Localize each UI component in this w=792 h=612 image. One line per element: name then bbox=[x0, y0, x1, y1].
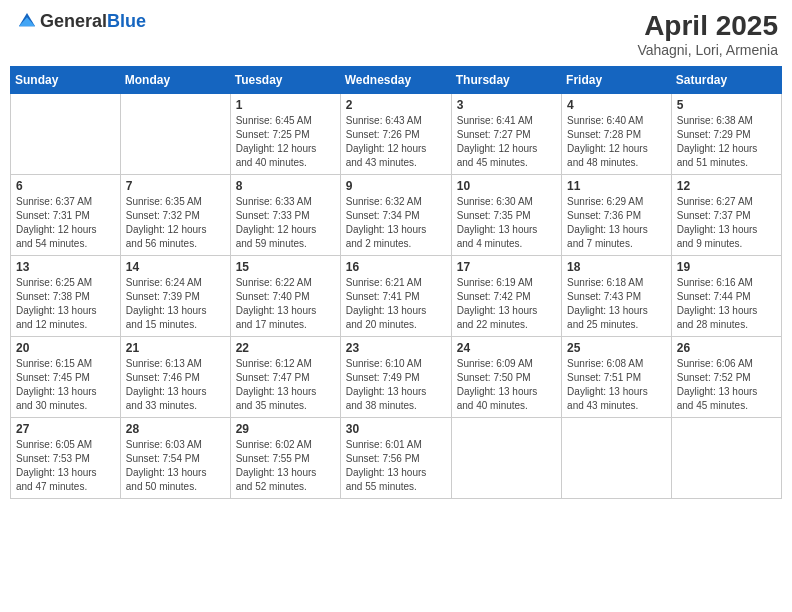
day-info: Sunrise: 6:03 AM Sunset: 7:54 PM Dayligh… bbox=[126, 438, 225, 494]
day-info: Sunrise: 6:18 AM Sunset: 7:43 PM Dayligh… bbox=[567, 276, 666, 332]
day-info: Sunrise: 6:25 AM Sunset: 7:38 PM Dayligh… bbox=[16, 276, 115, 332]
calendar-cell: 17Sunrise: 6:19 AM Sunset: 7:42 PM Dayli… bbox=[451, 256, 561, 337]
day-number: 6 bbox=[16, 179, 115, 193]
logo-blue-text: Blue bbox=[107, 11, 146, 31]
calendar-cell: 23Sunrise: 6:10 AM Sunset: 7:49 PM Dayli… bbox=[340, 337, 451, 418]
day-number: 15 bbox=[236, 260, 335, 274]
calendar-week-5: 27Sunrise: 6:05 AM Sunset: 7:53 PM Dayli… bbox=[11, 418, 782, 499]
day-info: Sunrise: 6:45 AM Sunset: 7:25 PM Dayligh… bbox=[236, 114, 335, 170]
calendar-cell: 5Sunrise: 6:38 AM Sunset: 7:29 PM Daylig… bbox=[671, 94, 781, 175]
calendar-cell: 3Sunrise: 6:41 AM Sunset: 7:27 PM Daylig… bbox=[451, 94, 561, 175]
day-info: Sunrise: 6:35 AM Sunset: 7:32 PM Dayligh… bbox=[126, 195, 225, 251]
calendar-cell: 18Sunrise: 6:18 AM Sunset: 7:43 PM Dayli… bbox=[562, 256, 672, 337]
day-number: 3 bbox=[457, 98, 556, 112]
calendar-cell: 20Sunrise: 6:15 AM Sunset: 7:45 PM Dayli… bbox=[11, 337, 121, 418]
calendar-cell: 28Sunrise: 6:03 AM Sunset: 7:54 PM Dayli… bbox=[120, 418, 230, 499]
logo: GeneralBlue bbox=[14, 10, 146, 32]
calendar-cell: 11Sunrise: 6:29 AM Sunset: 7:36 PM Dayli… bbox=[562, 175, 672, 256]
day-number: 22 bbox=[236, 341, 335, 355]
calendar-week-1: 1Sunrise: 6:45 AM Sunset: 7:25 PM Daylig… bbox=[11, 94, 782, 175]
calendar-cell bbox=[562, 418, 672, 499]
svg-marker-1 bbox=[19, 17, 35, 26]
day-info: Sunrise: 6:33 AM Sunset: 7:33 PM Dayligh… bbox=[236, 195, 335, 251]
calendar-cell: 10Sunrise: 6:30 AM Sunset: 7:35 PM Dayli… bbox=[451, 175, 561, 256]
calendar-cell: 25Sunrise: 6:08 AM Sunset: 7:51 PM Dayli… bbox=[562, 337, 672, 418]
day-number: 2 bbox=[346, 98, 446, 112]
day-number: 29 bbox=[236, 422, 335, 436]
calendar-table: SundayMondayTuesdayWednesdayThursdayFrid… bbox=[10, 66, 782, 499]
calendar-cell: 16Sunrise: 6:21 AM Sunset: 7:41 PM Dayli… bbox=[340, 256, 451, 337]
title-block: April 2025 Vahagni, Lori, Armenia bbox=[637, 10, 778, 58]
day-number: 12 bbox=[677, 179, 776, 193]
calendar-cell: 2Sunrise: 6:43 AM Sunset: 7:26 PM Daylig… bbox=[340, 94, 451, 175]
day-info: Sunrise: 6:10 AM Sunset: 7:49 PM Dayligh… bbox=[346, 357, 446, 413]
logo-icon bbox=[16, 10, 38, 32]
day-info: Sunrise: 6:16 AM Sunset: 7:44 PM Dayligh… bbox=[677, 276, 776, 332]
day-info: Sunrise: 6:37 AM Sunset: 7:31 PM Dayligh… bbox=[16, 195, 115, 251]
day-info: Sunrise: 6:21 AM Sunset: 7:41 PM Dayligh… bbox=[346, 276, 446, 332]
calendar-week-4: 20Sunrise: 6:15 AM Sunset: 7:45 PM Dayli… bbox=[11, 337, 782, 418]
calendar-title: April 2025 bbox=[637, 10, 778, 42]
day-info: Sunrise: 6:13 AM Sunset: 7:46 PM Dayligh… bbox=[126, 357, 225, 413]
calendar-week-2: 6Sunrise: 6:37 AM Sunset: 7:31 PM Daylig… bbox=[11, 175, 782, 256]
calendar-cell: 24Sunrise: 6:09 AM Sunset: 7:50 PM Dayli… bbox=[451, 337, 561, 418]
calendar-cell: 15Sunrise: 6:22 AM Sunset: 7:40 PM Dayli… bbox=[230, 256, 340, 337]
day-info: Sunrise: 6:06 AM Sunset: 7:52 PM Dayligh… bbox=[677, 357, 776, 413]
day-number: 10 bbox=[457, 179, 556, 193]
day-info: Sunrise: 6:24 AM Sunset: 7:39 PM Dayligh… bbox=[126, 276, 225, 332]
day-info: Sunrise: 6:29 AM Sunset: 7:36 PM Dayligh… bbox=[567, 195, 666, 251]
column-header-friday: Friday bbox=[562, 67, 672, 94]
calendar-cell: 4Sunrise: 6:40 AM Sunset: 7:28 PM Daylig… bbox=[562, 94, 672, 175]
day-number: 24 bbox=[457, 341, 556, 355]
calendar-cell bbox=[11, 94, 121, 175]
day-info: Sunrise: 6:27 AM Sunset: 7:37 PM Dayligh… bbox=[677, 195, 776, 251]
day-info: Sunrise: 6:15 AM Sunset: 7:45 PM Dayligh… bbox=[16, 357, 115, 413]
calendar-header-row: SundayMondayTuesdayWednesdayThursdayFrid… bbox=[11, 67, 782, 94]
day-number: 16 bbox=[346, 260, 446, 274]
day-info: Sunrise: 6:19 AM Sunset: 7:42 PM Dayligh… bbox=[457, 276, 556, 332]
day-number: 26 bbox=[677, 341, 776, 355]
calendar-cell: 27Sunrise: 6:05 AM Sunset: 7:53 PM Dayli… bbox=[11, 418, 121, 499]
day-info: Sunrise: 6:22 AM Sunset: 7:40 PM Dayligh… bbox=[236, 276, 335, 332]
day-number: 28 bbox=[126, 422, 225, 436]
day-number: 14 bbox=[126, 260, 225, 274]
day-number: 11 bbox=[567, 179, 666, 193]
day-number: 18 bbox=[567, 260, 666, 274]
day-info: Sunrise: 6:12 AM Sunset: 7:47 PM Dayligh… bbox=[236, 357, 335, 413]
day-number: 7 bbox=[126, 179, 225, 193]
column-header-sunday: Sunday bbox=[11, 67, 121, 94]
day-number: 17 bbox=[457, 260, 556, 274]
column-header-thursday: Thursday bbox=[451, 67, 561, 94]
calendar-cell: 22Sunrise: 6:12 AM Sunset: 7:47 PM Dayli… bbox=[230, 337, 340, 418]
day-info: Sunrise: 6:40 AM Sunset: 7:28 PM Dayligh… bbox=[567, 114, 666, 170]
calendar-cell bbox=[451, 418, 561, 499]
day-info: Sunrise: 6:09 AM Sunset: 7:50 PM Dayligh… bbox=[457, 357, 556, 413]
day-info: Sunrise: 6:05 AM Sunset: 7:53 PM Dayligh… bbox=[16, 438, 115, 494]
calendar-cell: 30Sunrise: 6:01 AM Sunset: 7:56 PM Dayli… bbox=[340, 418, 451, 499]
day-number: 5 bbox=[677, 98, 776, 112]
column-header-wednesday: Wednesday bbox=[340, 67, 451, 94]
calendar-cell: 9Sunrise: 6:32 AM Sunset: 7:34 PM Daylig… bbox=[340, 175, 451, 256]
calendar-cell: 29Sunrise: 6:02 AM Sunset: 7:55 PM Dayli… bbox=[230, 418, 340, 499]
calendar-week-3: 13Sunrise: 6:25 AM Sunset: 7:38 PM Dayli… bbox=[11, 256, 782, 337]
calendar-cell: 14Sunrise: 6:24 AM Sunset: 7:39 PM Dayli… bbox=[120, 256, 230, 337]
day-number: 21 bbox=[126, 341, 225, 355]
day-number: 8 bbox=[236, 179, 335, 193]
day-number: 20 bbox=[16, 341, 115, 355]
calendar-cell: 21Sunrise: 6:13 AM Sunset: 7:46 PM Dayli… bbox=[120, 337, 230, 418]
day-info: Sunrise: 6:43 AM Sunset: 7:26 PM Dayligh… bbox=[346, 114, 446, 170]
calendar-cell: 26Sunrise: 6:06 AM Sunset: 7:52 PM Dayli… bbox=[671, 337, 781, 418]
column-header-saturday: Saturday bbox=[671, 67, 781, 94]
day-number: 1 bbox=[236, 98, 335, 112]
day-info: Sunrise: 6:08 AM Sunset: 7:51 PM Dayligh… bbox=[567, 357, 666, 413]
day-number: 30 bbox=[346, 422, 446, 436]
day-number: 25 bbox=[567, 341, 666, 355]
day-number: 9 bbox=[346, 179, 446, 193]
logo-general-text: General bbox=[40, 11, 107, 31]
column-header-tuesday: Tuesday bbox=[230, 67, 340, 94]
day-number: 19 bbox=[677, 260, 776, 274]
calendar-cell bbox=[671, 418, 781, 499]
day-info: Sunrise: 6:01 AM Sunset: 7:56 PM Dayligh… bbox=[346, 438, 446, 494]
day-info: Sunrise: 6:30 AM Sunset: 7:35 PM Dayligh… bbox=[457, 195, 556, 251]
calendar-cell: 19Sunrise: 6:16 AM Sunset: 7:44 PM Dayli… bbox=[671, 256, 781, 337]
